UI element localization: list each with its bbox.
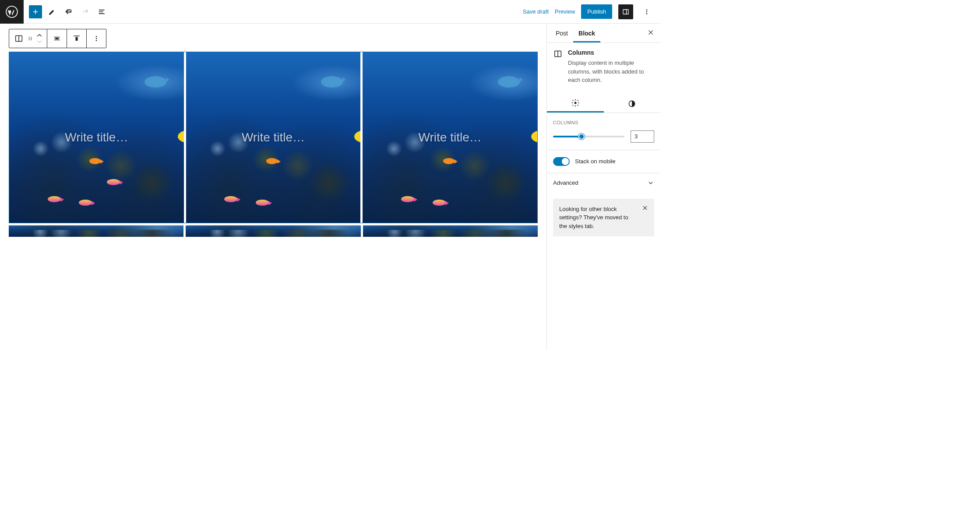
column-strip[interactable] bbox=[186, 225, 360, 237]
settings-sidebar: Post Block Columns Display content in mu… bbox=[546, 24, 660, 350]
tab-post[interactable]: Post bbox=[550, 24, 573, 42]
columns-block[interactable]: Write title… Write title… bbox=[9, 52, 538, 223]
save-draft-link[interactable]: Save draft bbox=[523, 8, 549, 15]
toolbar-right: Save draft Preview Publish bbox=[517, 4, 660, 19]
fish-shape bbox=[224, 196, 237, 202]
svg-point-9 bbox=[31, 37, 32, 38]
styles-tab[interactable] bbox=[604, 95, 661, 112]
wordpress-icon bbox=[6, 6, 18, 18]
column-strip[interactable] bbox=[9, 225, 183, 237]
advanced-label: Advanced bbox=[553, 179, 578, 186]
sidebar-tabs: Post Block bbox=[547, 24, 660, 43]
svg-rect-1 bbox=[623, 9, 628, 14]
column-1[interactable]: Write title… bbox=[9, 52, 184, 223]
svg-point-3 bbox=[646, 11, 647, 12]
columns-label: COLUMNS bbox=[553, 120, 654, 125]
editor-header: Save draft Preview Publish bbox=[0, 0, 660, 24]
fish-shape bbox=[433, 200, 446, 206]
align-icon bbox=[53, 34, 61, 43]
move-up-button[interactable] bbox=[35, 32, 44, 39]
undo-icon bbox=[64, 7, 73, 16]
block-toolbar bbox=[9, 29, 106, 48]
column-title-placeholder[interactable]: Write title… bbox=[65, 130, 128, 144]
kebab-icon bbox=[92, 35, 100, 42]
pencil-icon bbox=[48, 7, 56, 16]
close-icon bbox=[642, 205, 648, 211]
align-button[interactable] bbox=[50, 32, 64, 45]
block-description: Display content in multiple columns, wit… bbox=[568, 59, 654, 84]
wordpress-logo[interactable] bbox=[0, 0, 24, 24]
fish-shape bbox=[107, 179, 120, 185]
columns-block-next[interactable] bbox=[9, 225, 538, 237]
publish-button[interactable]: Publish bbox=[581, 4, 612, 19]
settings-styles-tabs bbox=[547, 95, 660, 113]
column-strip[interactable] bbox=[363, 225, 538, 237]
dismiss-hint-button[interactable] bbox=[642, 205, 648, 231]
chevron-up-icon bbox=[37, 33, 42, 38]
hint-text: Looking for other block settings? They'v… bbox=[559, 205, 637, 231]
svg-point-6 bbox=[29, 37, 30, 38]
fish-shape bbox=[256, 200, 269, 206]
svg-rect-12 bbox=[56, 38, 59, 39]
svg-point-4 bbox=[646, 13, 647, 14]
kebab-icon bbox=[643, 8, 651, 16]
edit-mode-button[interactable] bbox=[46, 5, 59, 18]
svg-point-14 bbox=[96, 36, 97, 37]
settings-tab[interactable] bbox=[547, 95, 604, 112]
column-3[interactable]: Write title… bbox=[363, 52, 537, 223]
block-mover bbox=[35, 32, 44, 45]
block-options-button[interactable] bbox=[89, 32, 103, 45]
styles-icon bbox=[627, 99, 636, 108]
column-title-placeholder[interactable]: Write title… bbox=[419, 130, 482, 144]
list-view-icon bbox=[98, 7, 106, 16]
stack-on-mobile-toggle[interactable] bbox=[553, 157, 570, 166]
chevron-down-icon bbox=[37, 39, 42, 44]
columns-number-input[interactable]: 3 bbox=[631, 130, 654, 143]
plus-icon bbox=[32, 8, 39, 16]
advanced-panel-toggle[interactable]: Advanced bbox=[547, 173, 660, 193]
redo-button[interactable] bbox=[79, 5, 92, 18]
column-title-placeholder[interactable]: Write title… bbox=[242, 130, 305, 144]
block-title: Columns bbox=[568, 49, 654, 56]
move-down-button[interactable] bbox=[35, 39, 44, 45]
add-block-button[interactable] bbox=[29, 5, 42, 18]
vertical-align-button[interactable] bbox=[70, 32, 84, 45]
preview-link[interactable]: Preview bbox=[555, 8, 575, 15]
close-sidebar-button[interactable] bbox=[645, 26, 657, 40]
svg-point-0 bbox=[6, 6, 18, 18]
fish-shape bbox=[498, 76, 520, 88]
svg-point-15 bbox=[96, 38, 97, 39]
fish-shape bbox=[354, 130, 360, 143]
block-info-panel: Columns Display content in multiple colu… bbox=[547, 43, 660, 91]
fish-shape bbox=[531, 130, 537, 143]
stack-on-mobile-setting: Stack on mobile bbox=[547, 150, 660, 173]
editor-main: Write title… Write title… bbox=[0, 24, 660, 350]
svg-point-18 bbox=[574, 102, 576, 104]
svg-point-2 bbox=[646, 9, 647, 10]
drag-handle[interactable] bbox=[26, 32, 35, 45]
editor-canvas[interactable]: Write title… Write title… bbox=[0, 24, 546, 350]
columns-slider[interactable] bbox=[553, 136, 624, 137]
document-overview-button[interactable] bbox=[95, 5, 109, 18]
styles-hint: Looking for other block settings? They'v… bbox=[553, 199, 654, 237]
options-button[interactable] bbox=[639, 4, 654, 19]
columns-setting: COLUMNS 3 bbox=[547, 113, 660, 150]
svg-point-10 bbox=[31, 38, 32, 39]
undo-button[interactable] bbox=[62, 5, 75, 18]
fish-shape bbox=[443, 158, 455, 164]
svg-point-8 bbox=[29, 39, 30, 40]
fish-shape bbox=[145, 76, 166, 88]
settings-panel-toggle[interactable] bbox=[618, 4, 633, 19]
block-type-button[interactable] bbox=[12, 32, 26, 45]
svg-point-7 bbox=[29, 38, 30, 39]
fish-shape bbox=[178, 130, 184, 143]
stack-on-mobile-label: Stack on mobile bbox=[575, 158, 616, 165]
redo-icon bbox=[81, 7, 90, 16]
svg-rect-13 bbox=[76, 37, 78, 41]
svg-point-11 bbox=[31, 39, 32, 40]
drag-icon bbox=[27, 35, 33, 42]
toolbar-left bbox=[24, 5, 114, 18]
columns-icon bbox=[14, 34, 24, 43]
tab-block[interactable]: Block bbox=[573, 24, 600, 42]
column-2[interactable]: Write title… bbox=[186, 52, 361, 223]
